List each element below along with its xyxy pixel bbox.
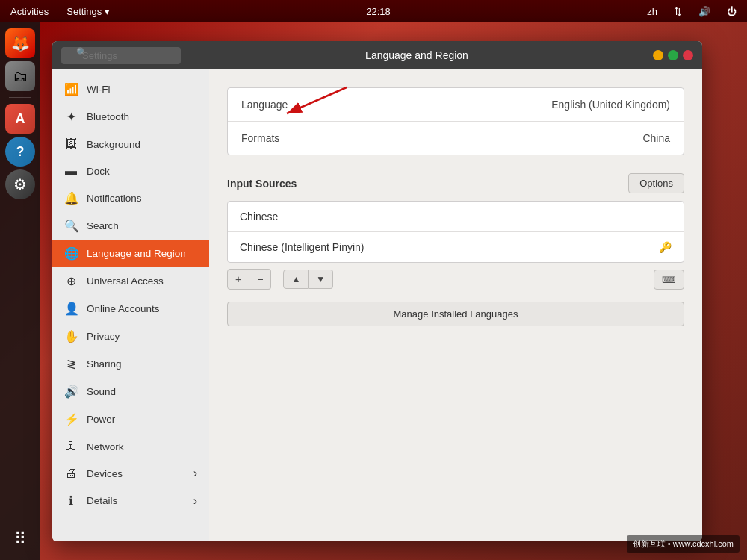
dock-files[interactable]: 🗂 xyxy=(5,61,35,91)
formats-label: Formats xyxy=(241,132,279,144)
language-value: English (United Kingdom) xyxy=(551,99,670,111)
main-content: Language English (United Kingdom) Format… xyxy=(209,69,702,541)
topbar: Activities Settings ▾ 22:18 zh ⇅ 🔊 ⏻ xyxy=(0,0,747,22)
dock-icon-sidebar: ▬ xyxy=(64,164,78,178)
move-up-button[interactable]: ▲ xyxy=(283,270,309,289)
manage-languages-button[interactable]: Manage Installed Languages xyxy=(227,302,684,326)
formats-value: China xyxy=(642,132,670,144)
bluetooth-icon: ✦ xyxy=(64,110,78,124)
power-indicator[interactable]: ⏻ xyxy=(722,4,741,19)
details-icon: ℹ xyxy=(64,494,78,508)
privacy-icon: ✋ xyxy=(64,329,78,343)
settings-window: 🔍 Language and Region 📶 Wi-Fi ✦ Bluet xyxy=(52,41,702,541)
input-sources-header: Input Sources Options xyxy=(227,173,684,193)
add-source-button[interactable]: + xyxy=(227,269,249,290)
minimize-button[interactable] xyxy=(653,50,663,60)
sidebar-item-wifi[interactable]: 📶 Wi-Fi xyxy=(52,75,209,103)
remove-source-button[interactable]: − xyxy=(249,269,271,290)
sidebar-item-universal-access[interactable]: ⊕ Universal Access xyxy=(52,267,209,295)
sound-icon: 🔊 xyxy=(64,385,78,399)
language-formats-group: Language English (United Kingdom) Format… xyxy=(227,87,684,155)
window-body: 📶 Wi-Fi ✦ Bluetooth 🖼 Background ▬ Dock … xyxy=(52,69,702,541)
input-sources-list: Chinese Chinese (Intelligent Pinyin) 🔑 xyxy=(227,201,684,263)
volume-indicator[interactable]: 🔊 xyxy=(694,4,715,19)
sidebar-label-sound: Sound xyxy=(87,386,116,397)
sidebar-item-devices[interactable]: 🖨 Devices xyxy=(52,460,209,487)
sidebar-label-notifications: Notifications xyxy=(87,193,142,204)
formats-row[interactable]: Formats China xyxy=(228,122,684,155)
sharing-icon: ≷ xyxy=(64,357,78,371)
input-sources-title: Input Sources xyxy=(227,178,297,190)
controls-bar: + − ▲ ▼ ⌨ xyxy=(227,269,684,290)
search-icon: 🔍 xyxy=(76,47,87,57)
input-source-label-chinese: Chinese xyxy=(240,211,278,223)
sidebar-label-bluetooth: Bluetooth xyxy=(87,111,129,122)
notifications-icon: 🔔 xyxy=(64,191,78,205)
sidebar-label-details: Details xyxy=(87,495,117,506)
language-icon: 🌐 xyxy=(64,246,78,261)
language-label: Language xyxy=(241,99,288,111)
network-icon: 🖧 xyxy=(64,440,78,453)
sidebar: 📶 Wi-Fi ✦ Bluetooth 🖼 Background ▬ Dock … xyxy=(52,69,209,541)
sidebar-item-background[interactable]: 🖼 Background xyxy=(52,131,209,158)
window-titlebar: 🔍 Language and Region xyxy=(52,41,702,69)
language-row[interactable]: Language English (United Kingdom) xyxy=(228,88,684,122)
sidebar-label-dock: Dock xyxy=(87,166,110,177)
dock-help[interactable]: ? xyxy=(5,137,35,167)
sidebar-label-language: Language and Region xyxy=(87,248,186,259)
keyboard-button[interactable]: ⌨ xyxy=(654,270,684,290)
maximize-button[interactable] xyxy=(668,50,678,60)
sidebar-item-sharing[interactable]: ≷ Sharing xyxy=(52,350,209,378)
lang-indicator[interactable]: zh xyxy=(642,4,662,19)
key-icon[interactable]: 🔑 xyxy=(659,241,672,253)
sidebar-label-power: Power xyxy=(87,414,115,425)
window-controls xyxy=(653,50,693,60)
sidebar-item-search[interactable]: 🔍 Search xyxy=(52,212,209,240)
sidebar-item-bluetooth[interactable]: ✦ Bluetooth xyxy=(52,103,209,131)
sidebar-item-online-accounts[interactable]: 👤 Online Accounts xyxy=(52,295,209,323)
dock-apps-button[interactable]: ⠿ xyxy=(5,524,35,554)
sidebar-item-power[interactable]: ⚡ Power xyxy=(52,405,209,433)
sidebar-label-sharing: Sharing xyxy=(87,358,122,370)
input-source-label-pinyin: Chinese (Intelligent Pinyin) xyxy=(240,241,365,253)
dock-separator xyxy=(9,97,31,98)
network-indicator[interactable]: ⇅ xyxy=(669,4,686,19)
dock-firefox[interactable]: 🦊 xyxy=(5,28,35,58)
sidebar-label-privacy: Privacy xyxy=(87,331,120,342)
sidebar-label-online-accounts: Online Accounts xyxy=(87,303,160,314)
search-wrapper: 🔍 xyxy=(61,47,181,64)
options-button[interactable]: Options xyxy=(628,173,684,193)
activities-btn[interactable]: Activities xyxy=(6,4,53,19)
sidebar-label-network: Network xyxy=(87,441,124,452)
sidebar-item-privacy[interactable]: ✋ Privacy xyxy=(52,323,209,350)
search-sidebar-icon: 🔍 xyxy=(64,219,78,233)
move-down-button[interactable]: ▼ xyxy=(309,270,333,289)
add-remove-group: + − xyxy=(227,269,271,290)
sidebar-item-details[interactable]: ℹ Details xyxy=(52,487,209,514)
dock-appstore[interactable]: A xyxy=(5,104,35,134)
sidebar-label-wifi: Wi-Fi xyxy=(87,84,110,95)
close-button[interactable] xyxy=(683,50,693,60)
background-icon: 🖼 xyxy=(64,137,78,151)
dock: 🦊 🗂 A ? ⚙ ⠿ xyxy=(0,22,40,560)
settings-menu-btn[interactable]: Settings ▾ xyxy=(62,4,114,19)
input-source-pinyin[interactable]: Chinese (Intelligent Pinyin) 🔑 xyxy=(228,232,684,262)
power-icon: ⚡ xyxy=(64,412,78,426)
sidebar-item-dock[interactable]: ▬ Dock xyxy=(52,158,209,184)
devices-icon: 🖨 xyxy=(64,467,78,480)
watermark: 创新互联 • www.cdcxhl.com xyxy=(627,535,740,553)
wifi-icon: 📶 xyxy=(64,82,78,96)
input-source-chinese[interactable]: Chinese xyxy=(228,202,684,232)
sidebar-item-network[interactable]: 🖧 Network xyxy=(52,433,209,460)
sidebar-item-language[interactable]: 🌐 Language and Region xyxy=(52,240,209,267)
sidebar-item-sound[interactable]: 🔊 Sound xyxy=(52,378,209,405)
sidebar-item-notifications[interactable]: 🔔 Notifications xyxy=(52,184,209,212)
sidebar-label-universal-access: Universal Access xyxy=(87,276,164,287)
sidebar-label-search: Search xyxy=(87,220,119,231)
sidebar-label-devices: Devices xyxy=(87,468,123,479)
nav-group: ▲ ▼ xyxy=(283,270,333,289)
universal-access-icon: ⊕ xyxy=(64,274,78,288)
window-title: Language and Region xyxy=(187,49,647,61)
online-accounts-icon: 👤 xyxy=(64,302,78,316)
dock-settings[interactable]: ⚙ xyxy=(5,169,35,199)
